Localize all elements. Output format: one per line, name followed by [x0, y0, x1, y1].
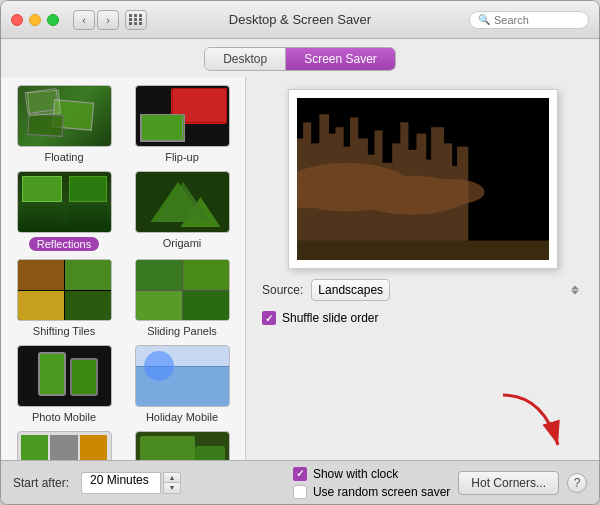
show-clock-row[interactable]: Show with clock	[293, 467, 450, 481]
source-select[interactable]: Landscapes	[311, 279, 390, 301]
grid-view-button[interactable]	[125, 10, 147, 30]
screensaver-label-shifting: Shifting Tiles	[33, 325, 95, 337]
tab-desktop[interactable]: Desktop	[205, 48, 286, 70]
show-clock-checkbox[interactable]	[293, 467, 307, 481]
screensaver-thumb-floating	[17, 85, 112, 147]
tab-group: Desktop Screen Saver	[204, 47, 396, 71]
preview-area	[262, 89, 583, 269]
svg-rect-30	[297, 241, 549, 260]
shuffle-row[interactable]: Shuffle slide order	[262, 311, 583, 325]
list-item[interactable]: Floating	[9, 85, 119, 163]
shuffle-label: Shuffle slide order	[282, 311, 379, 325]
shuffle-checkbox[interactable]	[262, 311, 276, 325]
start-after-label: Start after:	[13, 476, 69, 490]
start-after-value: 20 Minutes	[81, 472, 161, 494]
list-item[interactable]: Vintage Prints	[127, 431, 237, 460]
screensaver-label-origami: Origami	[163, 237, 202, 249]
show-clock-label: Show with clock	[313, 467, 398, 481]
source-row: Source: Landscapes	[262, 279, 583, 301]
titlebar: ‹ › Desktop & Screen Saver 🔍	[1, 1, 599, 39]
screensaver-label-reflections: Reflections	[29, 237, 99, 251]
screensaver-thumb-reflections	[17, 171, 112, 233]
screensaver-thumb-shifting	[17, 259, 112, 321]
list-item[interactable]: Origami	[127, 171, 237, 251]
select-arrows-icon	[571, 286, 579, 295]
hot-corners-button[interactable]: Hot Corners...	[458, 471, 559, 495]
screensaver-thumb-origami	[135, 171, 230, 233]
search-box[interactable]: 🔍	[469, 11, 589, 29]
list-item[interactable]: Photo Wall	[9, 431, 119, 460]
nav-buttons: ‹ ›	[73, 10, 119, 30]
random-row[interactable]: Use random screen saver	[293, 485, 450, 499]
close-button[interactable]	[11, 14, 23, 26]
screensaver-list: Floating Flip-up	[1, 77, 246, 460]
right-panel: Source: Landscapes Shuffle slide order	[246, 77, 599, 460]
screensaver-label-holiday: Holiday Mobile	[146, 411, 218, 423]
svg-point-29	[419, 179, 484, 205]
random-checkbox[interactable]	[293, 485, 307, 499]
source-select-wrapper: Landscapes	[311, 279, 583, 301]
window: ‹ › Desktop & Screen Saver 🔍 Desktop Scr…	[0, 0, 600, 505]
preview-frame	[288, 89, 558, 269]
list-item[interactable]: Holiday Mobile	[127, 345, 237, 423]
forward-button[interactable]: ›	[97, 10, 119, 30]
traffic-lights	[11, 14, 59, 26]
screensaver-label-photo-mobile: Photo Mobile	[32, 411, 96, 423]
tab-bar: Desktop Screen Saver	[1, 39, 599, 77]
stepper-up-button[interactable]: ▲	[164, 473, 180, 484]
grid-icon	[129, 14, 143, 25]
list-item[interactable]: Reflections	[9, 171, 119, 251]
start-after-stepper: 20 Minutes ▲ ▼	[81, 472, 181, 494]
tab-screen-saver[interactable]: Screen Saver	[286, 48, 395, 70]
bottom-checkboxes: Show with clock Use random screen saver	[293, 467, 450, 499]
minimize-button[interactable]	[29, 14, 41, 26]
stepper-arrows: ▲ ▼	[163, 472, 181, 494]
list-item[interactable]: Flip-up	[127, 85, 237, 163]
screensaver-thumb-sliding	[135, 259, 230, 321]
main-content: Floating Flip-up	[1, 77, 599, 460]
screensaver-label-sliding: Sliding Panels	[147, 325, 217, 337]
bottom-right-controls: Show with clock Use random screen saver …	[293, 467, 587, 499]
screensaver-thumb-photo-mobile	[17, 345, 112, 407]
source-label: Source:	[262, 283, 303, 297]
screensaver-label-floating: Floating	[44, 151, 83, 163]
random-label: Use random screen saver	[313, 485, 450, 499]
screensaver-thumb-flipup	[135, 85, 230, 147]
screensaver-thumb-photo-wall	[17, 431, 112, 460]
list-item[interactable]: Sliding Panels	[127, 259, 237, 337]
city-silhouette	[297, 98, 549, 260]
preview-display	[297, 98, 549, 260]
maximize-button[interactable]	[47, 14, 59, 26]
search-input[interactable]	[494, 14, 574, 26]
screensaver-thumb-holiday	[135, 345, 230, 407]
list-item[interactable]: Photo Mobile	[9, 345, 119, 423]
screensaver-grid: Floating Flip-up	[9, 85, 237, 460]
help-button[interactable]: ?	[567, 473, 587, 493]
back-button[interactable]: ‹	[73, 10, 95, 30]
arrow-spacer	[262, 335, 583, 452]
stepper-down-button[interactable]: ▼	[164, 483, 180, 493]
red-arrow-annotation	[483, 390, 573, 460]
screensaver-thumb-vintage	[135, 431, 230, 460]
search-icon: 🔍	[478, 14, 490, 25]
window-title: Desktop & Screen Saver	[229, 12, 371, 27]
list-item[interactable]: Shifting Tiles	[9, 259, 119, 337]
bottom-bar: Start after: 20 Minutes ▲ ▼ Show with cl…	[1, 460, 599, 504]
screensaver-label-flipup: Flip-up	[165, 151, 199, 163]
